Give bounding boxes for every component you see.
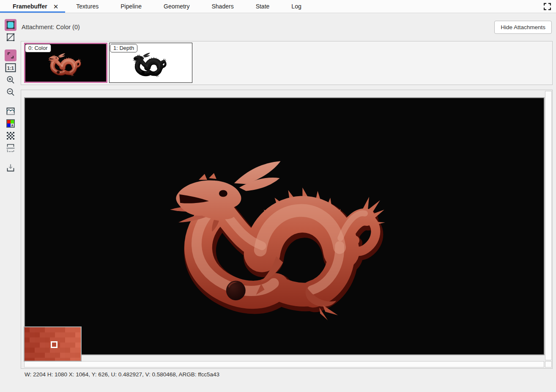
actual-size-button[interactable]: 1:1	[5, 62, 16, 74]
tab-framebuffer[interactable]: Framebuffer ✕	[0, 0, 65, 13]
svg-text:1:1: 1:1	[7, 66, 14, 71]
tab-geometry[interactable]: Geometry	[153, 0, 200, 13]
rgba-channels-icon: A	[5, 118, 16, 129]
tab-textures[interactable]: Textures	[65, 0, 110, 13]
texture-visible-button[interactable]	[5, 19, 16, 31]
svg-text:A: A	[11, 124, 13, 127]
color-channels-button[interactable]: A	[5, 118, 16, 129]
horizontal-scrollbar[interactable]	[24, 361, 544, 367]
attachment-title: Attachment: Color (0)	[22, 24, 80, 30]
scrollbar-corner	[545, 361, 552, 367]
attachment-thumb-depth[interactable]: 1: Depth	[109, 43, 192, 83]
preview-image-button[interactable]	[5, 105, 16, 117]
zoom-out-button[interactable]	[5, 86, 16, 98]
hide-attachments-button[interactable]: Hide Attachments	[494, 21, 552, 34]
tab-log[interactable]: Log	[280, 0, 312, 13]
save-image-button[interactable]	[5, 162, 16, 174]
zoom-in-icon	[5, 75, 16, 85]
framebuffer-viewer	[21, 90, 553, 369]
fit-to-window-button[interactable]	[5, 49, 16, 61]
attachments-strip: 0: Color 1: Depth	[21, 41, 553, 85]
texture-icon	[5, 20, 16, 30]
tab-bar: Framebuffer ✕ Textures Pipeline Geometry…	[0, 0, 556, 13]
alpha-checkerboard-button[interactable]	[5, 130, 16, 142]
rendered-dragon-image	[25, 98, 544, 354]
magnifier-center-pixel	[51, 341, 58, 348]
tab-label: Framebuffer	[13, 3, 47, 10]
vertical-scrollbar[interactable]	[545, 91, 552, 360]
attachment-header: Attachment: Color (0) Hide Attachments	[21, 13, 553, 41]
pixel-magnifier	[24, 326, 82, 362]
flip-vertical-icon	[5, 143, 16, 153]
zoom-out-icon	[5, 87, 16, 97]
attachment-badge: 0: Color	[25, 44, 51, 52]
fit-corners-icon	[5, 50, 16, 60]
diagonal-square-icon	[5, 32, 16, 42]
attachment-thumb-color[interactable]: 0: Color	[24, 43, 107, 83]
fullscreen-icon[interactable]	[543, 3, 551, 10]
checkerboard-icon	[5, 131, 16, 141]
zoom-in-button[interactable]	[5, 74, 16, 86]
tab-shaders[interactable]: Shaders	[200, 0, 244, 13]
image-icon	[5, 106, 16, 116]
tab-state[interactable]: State	[245, 0, 281, 13]
viewer-toolbar: 1:1	[0, 13, 21, 392]
status-bar: W: 2204 H: 1080 X: 1064, Y: 626, U: 0.48…	[21, 371, 553, 378]
tab-pipeline[interactable]: Pipeline	[110, 0, 153, 13]
download-icon	[5, 163, 16, 173]
flip-vertical-button[interactable]	[5, 142, 16, 154]
one-to-one-icon: 1:1	[5, 63, 16, 72]
close-icon[interactable]: ✕	[53, 3, 59, 10]
background-diagonal-button[interactable]	[5, 31, 16, 43]
attachment-badge: 1: Depth	[110, 44, 137, 52]
framebuffer-image[interactable]	[24, 97, 545, 355]
